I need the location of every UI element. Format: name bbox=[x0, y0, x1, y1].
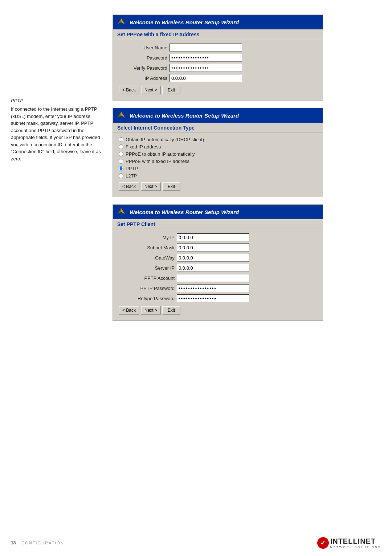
gateway-input[interactable] bbox=[177, 254, 249, 262]
password-row: Password bbox=[119, 54, 317, 62]
pptp-description: If connected to the Internet using a PPT… bbox=[11, 106, 105, 162]
pptp-label: PPTP bbox=[126, 166, 138, 171]
select-connection-panel: Welcome to Wireless Router Setup Wizard … bbox=[113, 108, 323, 197]
pppoe-auto-label: PPPoE to obtain IP automatically bbox=[126, 151, 195, 157]
myip-row: My IP bbox=[119, 233, 317, 241]
verify-password-label: Verify Password bbox=[119, 65, 170, 71]
fixed-ip-label: Fixed IP address bbox=[126, 144, 161, 150]
pptp-password-row: PPTP Password bbox=[119, 284, 317, 292]
server-ip-label: Server IP bbox=[119, 265, 177, 271]
username-label: User Name bbox=[119, 45, 170, 50]
svg-marker-5 bbox=[121, 208, 125, 214]
wizard-header-1: Welcome to Wireless Router Setup Wizard bbox=[113, 15, 323, 29]
pptp-radio-row: PPTP bbox=[119, 166, 317, 171]
pppoe-fixed-radio[interactable] bbox=[119, 159, 123, 164]
main-content: PPTP If connected to the Internet using … bbox=[0, 7, 392, 321]
svg-marker-1 bbox=[121, 19, 125, 24]
svg-marker-3 bbox=[121, 112, 125, 118]
ip-address-input[interactable] bbox=[170, 74, 242, 82]
myip-input[interactable] bbox=[177, 233, 249, 241]
bird-icon-1 bbox=[116, 17, 127, 27]
pppoe-auto-radio-row: PPPoE to obtain IP automatically bbox=[119, 151, 317, 157]
connection-back-button[interactable]: < Back bbox=[119, 182, 139, 191]
subnet-mask-label: Subnet Mask bbox=[119, 245, 177, 250]
pppoe-exit-button[interactable]: Exit bbox=[162, 86, 180, 94]
username-row: User Name bbox=[119, 44, 317, 52]
pptp-radio[interactable] bbox=[119, 166, 123, 171]
footer-label: CONFIGURATION bbox=[21, 541, 64, 545]
connection-exit-button[interactable]: Exit bbox=[162, 182, 180, 191]
verify-password-row: Verify Password bbox=[119, 64, 317, 72]
gateway-label: GateWay bbox=[119, 255, 177, 261]
dhcp-label: Obtain IP automatically (DHCP client) bbox=[126, 137, 204, 142]
logo-subtitle: NETWORK SOLUTIONS bbox=[330, 545, 381, 549]
connection-button-row: < Back Next > Exit bbox=[119, 182, 317, 191]
pptp-next-button[interactable]: Next > bbox=[141, 306, 161, 315]
logo-text-block: INTELLINET NETWORK SOLUTIONS bbox=[330, 537, 381, 549]
page-wrapper: PPTP If connected to the Internet using … bbox=[0, 0, 392, 556]
pptp-title: PPTP bbox=[11, 98, 105, 103]
footer-logo-area: ✓ INTELLINET NETWORK SOLUTIONS bbox=[317, 537, 381, 549]
pppoe-button-row: < Back Next > Exit bbox=[119, 86, 317, 94]
wizard-header-title-1: Welcome to Wireless Router Setup Wizard bbox=[130, 19, 239, 25]
connection-subheader: Select Internet Connection Type bbox=[113, 123, 323, 132]
subnet-mask-row: Subnet Mask bbox=[119, 244, 317, 252]
pptp-back-button[interactable]: < Back bbox=[119, 306, 139, 315]
pppoe-next-button[interactable]: Next > bbox=[141, 86, 161, 94]
pppoe-back-button[interactable]: < Back bbox=[119, 86, 139, 94]
pptp-body: My IP Subnet Mask GateWay Server IP bbox=[113, 229, 323, 320]
username-input[interactable] bbox=[170, 44, 242, 52]
intellinet-logo: ✓ INTELLINET NETWORK SOLUTIONS bbox=[317, 537, 381, 549]
logo-checkmark-icon: ✓ bbox=[317, 537, 329, 549]
brand-name: INTELLINET bbox=[330, 537, 376, 545]
ip-address-label: IP Address bbox=[119, 75, 170, 81]
bird-icon-3 bbox=[116, 207, 127, 217]
connection-next-button[interactable]: Next > bbox=[141, 182, 161, 191]
pptp-button-row: < Back Next > Exit bbox=[119, 306, 317, 315]
pppoe-fixed-radio-row: PPPoE with a fixed IP address bbox=[119, 159, 317, 164]
server-ip-row: Server IP bbox=[119, 264, 317, 272]
wizard-header-title-3: Welcome to Wireless Router Setup Wizard bbox=[130, 209, 239, 215]
wizard-header-3: Welcome to Wireless Router Setup Wizard bbox=[113, 205, 323, 219]
gateway-row: GateWay bbox=[119, 254, 317, 262]
l2tp-radio-row: L2TP bbox=[119, 173, 317, 179]
page-footer: 18 CONFIGURATION ✓ INTELLINET NETWORK SO… bbox=[0, 537, 392, 549]
dhcp-radio-row: Obtain IP automatically (DHCP client) bbox=[119, 137, 317, 142]
bird-icon-2 bbox=[116, 110, 127, 120]
pptp-account-row: PPTP Account bbox=[119, 274, 317, 282]
pptp-exit-button[interactable]: Exit bbox=[162, 306, 180, 315]
pptp-password-input[interactable] bbox=[177, 284, 249, 292]
l2tp-label: L2TP bbox=[126, 173, 137, 179]
verify-password-input[interactable] bbox=[170, 64, 242, 72]
subnet-mask-input[interactable] bbox=[177, 244, 249, 252]
pppoe-fixed-ip-panel: Welcome to Wireless Router Setup Wizard … bbox=[113, 15, 323, 101]
pptp-client-panel: Welcome to Wireless Router Setup Wizard … bbox=[113, 204, 323, 321]
page-number: 18 bbox=[11, 540, 16, 545]
ip-address-row: IP Address bbox=[119, 74, 317, 82]
retype-password-label: Retype Password bbox=[119, 296, 177, 301]
password-label: Password bbox=[119, 55, 170, 61]
pptp-account-label: PPTP Account bbox=[119, 275, 177, 281]
dhcp-radio[interactable] bbox=[119, 137, 123, 142]
connection-body: Obtain IP automatically (DHCP client) Fi… bbox=[113, 132, 323, 197]
wizard-header-title-2: Welcome to Wireless Router Setup Wizard bbox=[130, 113, 239, 119]
wizard-header-2: Welcome to Wireless Router Setup Wizard bbox=[113, 108, 323, 123]
pppoe-fixed-label: PPPoE with a fixed IP address bbox=[126, 159, 189, 164]
left-description-panel: PPTP If connected to the Internet using … bbox=[11, 15, 113, 321]
pppoe-body: User Name Password Verify Password IP Ad… bbox=[113, 39, 323, 100]
retype-password-row: Retype Password bbox=[119, 294, 317, 302]
myip-label: My IP bbox=[119, 235, 177, 240]
right-panel: Welcome to Wireless Router Setup Wizard … bbox=[113, 15, 392, 321]
l2tp-radio[interactable] bbox=[119, 173, 123, 178]
server-ip-input[interactable] bbox=[177, 264, 249, 272]
pptp-account-input[interactable] bbox=[177, 274, 249, 282]
fixed-ip-radio[interactable] bbox=[119, 144, 123, 149]
retype-password-input[interactable] bbox=[177, 294, 249, 302]
fixed-ip-radio-row: Fixed IP address bbox=[119, 144, 317, 150]
pptp-subheader: Set PPTP Client bbox=[113, 219, 323, 229]
pptp-password-label: PPTP Password bbox=[119, 286, 177, 291]
pppoe-auto-radio[interactable] bbox=[119, 152, 123, 156]
password-input[interactable] bbox=[170, 54, 242, 62]
pppoe-subheader: Set PPPoe with a fixed IP Address bbox=[113, 29, 323, 39]
